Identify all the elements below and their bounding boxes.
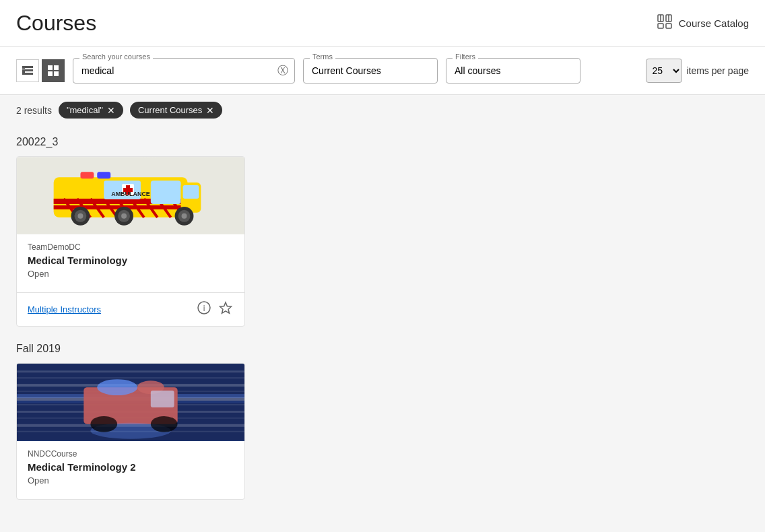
course-card-footer: Multiple Instructors i [17,292,244,326]
course-card-body: NNDCCourse Medical Terminology 2 Open [17,441,244,499]
page-header: Courses Course Catalog [0,0,765,47]
course-card-body: TeamDemoDC Medical Terminology Open [17,234,244,292]
catalog-label: Course Catalog [679,18,749,29]
svg-rect-54 [17,370,244,372]
terms-select[interactable]: Current Courses All Terms Fall 2019 Spri… [303,58,438,84]
svg-rect-37 [97,172,110,178]
card-actions: i [196,300,234,319]
course-card: NNDCCourse Medical Terminology 2 Open [16,363,245,500]
course-card: AMBULANCE TeamDemoDC Medical Terminology… [16,156,245,327]
term-section-20022_3: 20022_3 [16,136,749,327]
toolbar: Search your courses Ⓧ Terms Current Cour… [0,47,765,95]
term-title: Fall 2019 [16,343,749,355]
courses-grid: AMBULANCE TeamDemoDC Medical Terminology… [16,156,749,327]
catalog-icon [656,13,673,34]
results-count: 2 results [16,105,52,116]
star-button[interactable] [218,300,234,319]
course-name: Medical Terminology 2 [28,461,234,473]
course-image [17,364,244,441]
main-content: 20022_3 [0,125,765,532]
svg-rect-2 [658,24,663,28]
course-org: TeamDemoDC [28,242,234,252]
svg-rect-17 [54,71,59,76]
terms-chip-remove[interactable]: ✕ [206,106,214,115]
svg-rect-31 [151,180,181,204]
term-title: 20022_3 [16,136,749,148]
term-section-fall-2019: Fall 2019 [16,343,749,500]
svg-rect-15 [54,65,59,70]
instructors-link[interactable]: Multiple Instructors [28,304,101,314]
svg-point-48 [121,213,127,219]
filters-field: Filters All courses Open Closed Upcoming [446,58,580,84]
svg-marker-52 [220,302,232,313]
courses-grid: NNDCCourse Medical Terminology 2 Open [16,363,749,500]
course-status: Open [28,475,234,486]
medical-chip: "medical" ✕ [59,102,123,119]
svg-rect-14 [48,65,53,70]
filters-select[interactable]: All courses Open Closed Upcoming [446,58,580,84]
svg-point-73 [151,416,178,432]
svg-rect-11 [22,66,33,68]
svg-point-72 [90,416,117,432]
svg-text:AMBULANCE: AMBULANCE [111,191,150,197]
svg-rect-55 [17,377,244,378]
terms-field: Terms Current Courses All Terms Fall 201… [303,58,438,84]
medical-chip-label: "medical" [67,105,103,115]
course-org: NNDCCourse [28,449,234,459]
svg-point-42 [182,213,187,219]
svg-rect-3 [666,24,671,28]
svg-rect-16 [48,71,53,76]
svg-rect-39 [183,185,199,199]
info-button[interactable]: i [196,300,212,319]
svg-rect-71 [151,391,174,407]
svg-rect-12 [22,69,33,71]
search-label: Search your courses [79,53,153,61]
medical-chip-remove[interactable]: ✕ [107,106,115,115]
grid-view-button[interactable] [42,59,65,82]
page-title: Courses [16,11,96,36]
list-view-button[interactable] [16,59,39,82]
filters-label: Filters [453,53,478,61]
items-per-page-select[interactable]: 10 25 50 100 [646,59,682,83]
course-name: Medical Terminology [28,255,234,266]
terms-label: Terms [310,53,335,61]
view-toggle [16,59,65,82]
results-bar: 2 results "medical" ✕ Current Courses ✕ [0,95,765,125]
course-catalog-link[interactable]: Course Catalog [656,13,749,34]
search-clear-button[interactable]: Ⓧ [277,65,288,76]
items-per-page: 10 25 50 100 items per page [646,59,749,83]
svg-rect-13 [22,73,33,75]
search-field: Search your courses Ⓧ [73,58,295,84]
search-input[interactable] [73,58,295,84]
course-image: AMBULANCE [17,157,244,234]
svg-point-45 [77,213,83,219]
course-status: Open [28,269,234,279]
terms-chip-label: Current Courses [138,105,202,115]
terms-chip: Current Courses ✕ [130,102,222,119]
svg-text:i: i [203,304,205,313]
svg-rect-36 [80,172,94,178]
items-per-page-label: items per page [686,65,749,76]
svg-point-68 [97,379,137,395]
